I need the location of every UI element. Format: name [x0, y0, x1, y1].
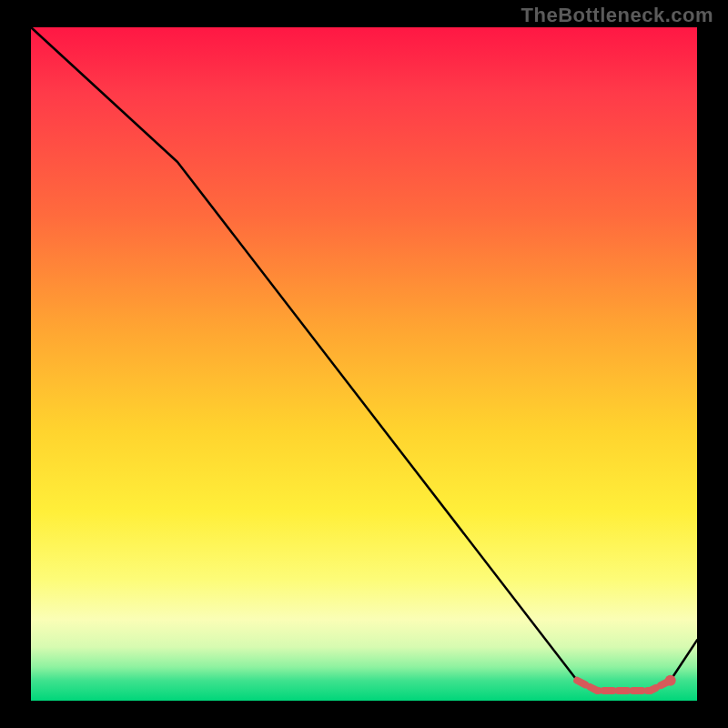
watermark-text: TheBottleneck.com: [521, 4, 713, 27]
plot-area: [31, 27, 697, 701]
marker-dot: [665, 675, 676, 686]
optimal-zone-line: [577, 681, 671, 691]
chart-svg: [31, 27, 697, 701]
bottleneck-curve-line: [31, 27, 697, 691]
chart-frame: TheBottleneck.com: [0, 0, 728, 728]
